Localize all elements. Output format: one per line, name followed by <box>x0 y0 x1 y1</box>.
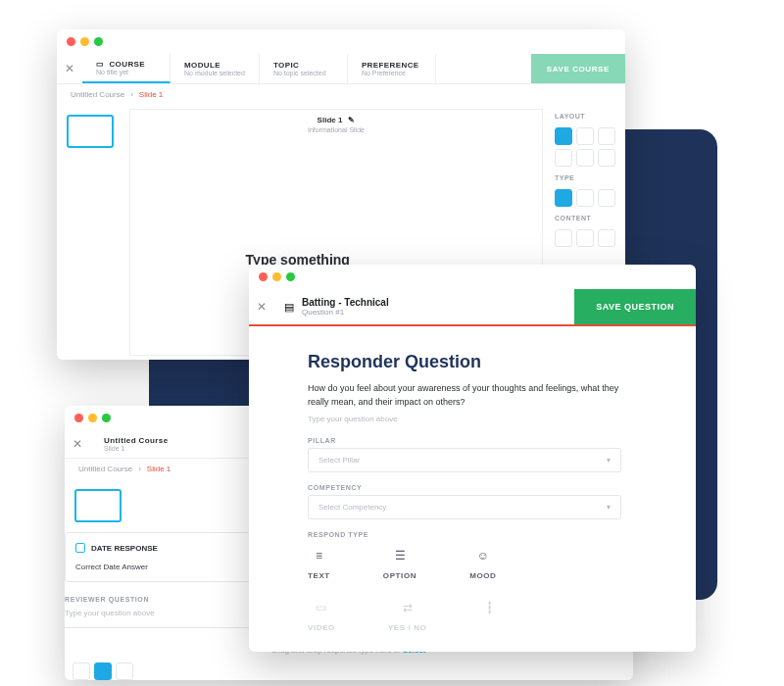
question-header: ✕ ▤ Batting - Technical Question #1 SAVE… <box>249 289 696 326</box>
layout-option[interactable] <box>576 127 594 145</box>
respond-type-label: RESPOND TYPE <box>308 531 637 538</box>
content-grid <box>555 229 617 247</box>
type-label: TYPE <box>555 174 617 181</box>
pillar-select[interactable]: Select Pillar▾ <box>308 448 621 472</box>
save-course-button[interactable]: SAVE COURSE <box>531 54 625 83</box>
respond-type-row: ≡ TEXT ☰ OPTION ☺ MOOD <box>308 546 637 580</box>
respond-type-option[interactable]: ☰ OPTION <box>383 546 416 580</box>
respond-type-mood[interactable]: ☺ MOOD <box>469 546 496 580</box>
question-text[interactable]: How do you feel about your awareness of … <box>308 382 621 409</box>
content-option[interactable] <box>576 229 594 247</box>
minimize-dot[interactable] <box>88 414 97 422</box>
breadcrumb-root[interactable]: Untitled Course <box>78 465 132 473</box>
page-heading: Responder Question <box>308 352 637 372</box>
breadcrumb: Untitled Course › Slide 1 <box>57 84 625 105</box>
tab-course[interactable]: ▭COURSE No title yet <box>82 54 171 83</box>
minimize-dot[interactable] <box>80 37 89 46</box>
layout-option[interactable] <box>598 127 615 145</box>
document-icon: ▤ <box>284 301 294 314</box>
date-response-label: DATE RESPONSE <box>91 544 158 553</box>
content-option[interactable] <box>598 229 615 247</box>
window-controls <box>57 29 625 54</box>
tab-course[interactable]: Untitled Course Slide 1 <box>90 430 247 458</box>
type-option[interactable] <box>576 189 594 207</box>
view-option[interactable] <box>116 662 133 680</box>
minimize-dot[interactable] <box>272 272 281 281</box>
text-icon: ≡ <box>309 546 328 565</box>
competency-select[interactable]: Select Competency▾ <box>308 495 621 519</box>
layout-label: LAYOUT <box>555 113 617 120</box>
window-controls <box>249 265 696 289</box>
slide-thumb-1[interactable] <box>67 115 114 148</box>
type-option[interactable] <box>555 189 572 207</box>
layout-grid <box>555 127 617 167</box>
list-icon: ☰ <box>390 546 410 565</box>
slide-type: Informational Slide <box>308 126 365 133</box>
zoom-dot[interactable] <box>94 37 103 46</box>
save-question-button[interactable]: SAVE QUESTION <box>574 289 696 324</box>
tab-module[interactable]: MODULE No module selected <box>171 54 260 83</box>
edit-icon[interactable]: ✎ <box>348 116 355 124</box>
question-number: Question #1 <box>302 308 389 317</box>
respond-type-yesno[interactable]: ⇄ YES / NO <box>388 598 426 632</box>
close-dot[interactable] <box>259 272 268 281</box>
course-icon: ▭ <box>96 60 104 69</box>
zoom-dot[interactable] <box>286 272 295 281</box>
close-icon[interactable]: ✕ <box>57 54 82 83</box>
top-tabs: ✕ ▭COURSE No title yet MODULE No module … <box>57 54 625 84</box>
chevron-down-icon: ▾ <box>607 456 611 465</box>
content-label: CONTENT <box>555 215 617 221</box>
toggle-icon: ⇄ <box>398 598 417 617</box>
slide-thumbnails <box>57 105 125 360</box>
respond-type-slider[interactable]: ┇ <box>479 598 499 632</box>
layout-option[interactable] <box>598 149 615 167</box>
view-grid <box>73 662 135 680</box>
slider-icon: ┇ <box>479 598 499 617</box>
respond-type-video[interactable]: ▭ VIDEO <box>308 598 335 632</box>
question-hint: Type your question above <box>308 415 637 423</box>
breadcrumb-current[interactable]: Slide 1 <box>147 465 171 473</box>
view-option[interactable] <box>73 662 90 680</box>
close-icon[interactable]: ✕ <box>65 430 90 458</box>
question-editor-window: ✕ ▤ Batting - Technical Question #1 SAVE… <box>249 265 696 652</box>
properties-panel: RESPOND TYPE OPTION <box>65 655 143 680</box>
respond-type-text[interactable]: ≡ TEXT <box>308 546 330 580</box>
tab-preference[interactable]: PREFERENCE No Preference <box>348 54 436 83</box>
type-option[interactable] <box>598 189 615 207</box>
competency-label: COMPETENCY <box>308 484 637 491</box>
breadcrumb-current[interactable]: Slide 1 <box>139 90 163 99</box>
zoom-dot[interactable] <box>102 414 111 422</box>
respond-type-row-2: ▭ VIDEO ⇄ YES / NO ┇ <box>308 598 637 632</box>
tab-topic[interactable]: TOPIC No topic selected <box>260 54 348 83</box>
content-option[interactable] <box>555 229 572 247</box>
close-dot[interactable] <box>67 37 75 46</box>
slide-title[interactable]: Slide 1 <box>318 116 343 124</box>
layout-option[interactable] <box>576 149 594 167</box>
layout-option[interactable] <box>555 127 572 145</box>
layout-option[interactable] <box>555 149 572 167</box>
video-icon: ▭ <box>312 598 331 617</box>
slide-thumb-1[interactable] <box>74 489 122 522</box>
chevron-down-icon: ▾ <box>607 503 611 512</box>
type-grid <box>555 189 617 207</box>
course-title: Batting - Technical <box>302 297 389 308</box>
slide-thumbnails <box>65 479 133 532</box>
smile-icon: ☺ <box>473 546 493 565</box>
view-option[interactable] <box>94 662 112 680</box>
pillar-label: PILLAR <box>308 437 637 444</box>
close-icon[interactable]: ✕ <box>249 289 274 324</box>
close-dot[interactable] <box>74 414 83 422</box>
calendar-icon <box>75 543 85 553</box>
breadcrumb-root[interactable]: Untitled Course <box>71 90 124 99</box>
